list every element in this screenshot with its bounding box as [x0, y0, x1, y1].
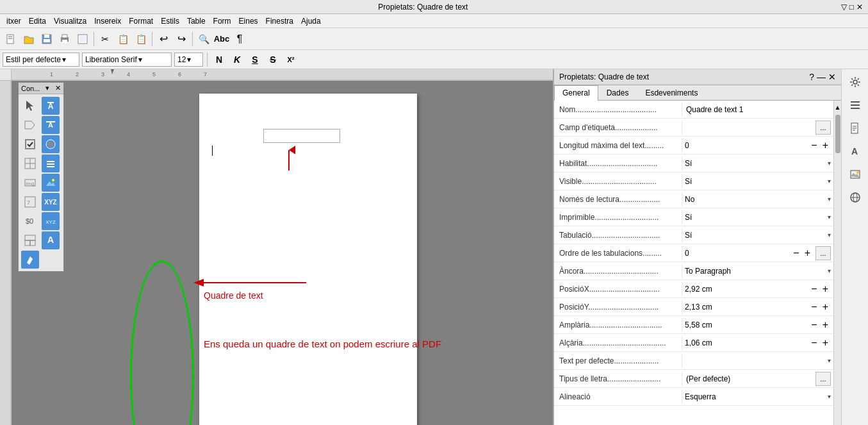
prop-select-ancora[interactable]: To Paragraph ▾: [685, 267, 831, 276]
menu-ajuda[interactable]: Ajuda: [297, 15, 325, 27]
window-min-btn[interactable]: ▽: [841, 3, 847, 12]
size-dropdown[interactable]: 12 ▾: [174, 53, 203, 67]
prop-value-ordre[interactable]: 0 − + ...: [682, 245, 833, 262]
prop-select-tabulacio[interactable]: Sí ▾: [685, 231, 831, 240]
table-ctrl-btn[interactable]: [21, 231, 39, 249]
table-btn[interactable]: [21, 154, 39, 172]
tab-dades[interactable]: Dades: [598, 85, 637, 100]
properties-scrollbar[interactable]: ▲ ▼: [833, 101, 841, 425]
tag-btn[interactable]: [21, 116, 39, 134]
far-right-globe-btn[interactable]: [845, 187, 865, 208]
new-btn[interactable]: [3, 31, 19, 47]
prop-spin-plus-ordre[interactable]: +: [802, 247, 813, 259]
float-toolbar-header[interactable]: Con... ▾ ✕: [19, 83, 63, 94]
currency-btn[interactable]: $0: [21, 212, 39, 230]
menu-eines[interactable]: Eines: [235, 15, 262, 27]
copy-btn[interactable]: 📋: [115, 31, 131, 47]
prop-camp-btn[interactable]: ...: [815, 121, 831, 135]
prop-value-alcaria[interactable]: 1,06 cm − +: [682, 336, 833, 350]
font-color-btn[interactable]: A: [42, 231, 60, 249]
menu-itxer[interactable]: itxer: [3, 15, 25, 27]
bold-btn[interactable]: N: [211, 53, 227, 67]
prop-spin-plus-amplaria[interactable]: +: [820, 319, 831, 331]
text-field-btn[interactable]: A: [42, 116, 60, 134]
tab-esdeveniments[interactable]: Esdeveniments: [637, 85, 706, 100]
prop-select-alineacio[interactable]: Esquerra ▾: [685, 392, 831, 401]
prop-value-textdefecte[interactable]: ▾: [682, 354, 833, 368]
prop-value-tabulacio[interactable]: Sí ▾: [682, 229, 833, 241]
italic-btn[interactable]: K: [229, 53, 245, 67]
redo-btn[interactable]: ↪: [173, 31, 190, 47]
prop-input-nom[interactable]: [685, 104, 831, 115]
prop-spin-minus-alcaria[interactable]: −: [808, 337, 819, 349]
document-area[interactable]: Con... ▾ ✕ A: [12, 81, 553, 425]
far-right-gear-btn[interactable]: [845, 72, 865, 92]
prop-value-ancora[interactable]: To Paragraph ▾: [682, 265, 833, 277]
prop-spin-plus-posicioy[interactable]: +: [820, 301, 831, 313]
prop-value-alineacio[interactable]: Esquerra ▾: [682, 391, 833, 403]
prop-spin-plus-alcaria[interactable]: +: [820, 337, 831, 349]
preview-btn[interactable]: [74, 31, 91, 47]
prop-select-imprimible[interactable]: Sí ▾: [685, 213, 831, 222]
checkbox-btn[interactable]: [21, 135, 39, 153]
far-right-list-btn[interactable]: [845, 95, 865, 115]
prop-value-longitud[interactable]: 0 − +: [682, 138, 833, 153]
prop-spin-minus-longitud[interactable]: −: [808, 140, 819, 151]
prop-spin-plus-longitud[interactable]: +: [820, 140, 831, 151]
print-btn[interactable]: [56, 31, 73, 47]
pilcrow-btn[interactable]: ¶: [231, 31, 248, 47]
menu-format[interactable]: Format: [125, 15, 157, 27]
prop-spin-minus-posicioy[interactable]: −: [808, 301, 819, 313]
paste-btn[interactable]: 📋: [133, 31, 149, 47]
prop-value-tipusll[interactable]: ...: [682, 371, 833, 387]
prop-select-lectura[interactable]: No ▾: [685, 195, 831, 204]
form-textbox[interactable]: [263, 129, 340, 143]
tab-general[interactable]: General: [554, 85, 598, 101]
prop-input-camp[interactable]: [685, 122, 813, 133]
prop-spin-plus-posiciox[interactable]: +: [820, 283, 831, 295]
menu-visualitza[interactable]: Visualitza: [50, 15, 90, 27]
scroll-up-btn[interactable]: ▲: [834, 101, 841, 113]
float-toolbar-menu-icon[interactable]: ▾: [45, 84, 49, 92]
cut-btn[interactable]: ✂: [97, 31, 113, 47]
prop-select-habilitat[interactable]: Sí ▾: [685, 159, 831, 168]
float-toolbar-close-btn[interactable]: ✕: [55, 84, 61, 92]
prop-spin-minus-posiciox[interactable]: −: [808, 283, 819, 295]
window-close-btn[interactable]: ✕: [856, 3, 863, 12]
far-right-doc-btn[interactable]: [845, 118, 865, 138]
radio-btn[interactable]: [42, 135, 60, 153]
style-dropdown[interactable]: Estil per defecte ▾: [3, 53, 79, 67]
prop-value-habilitat[interactable]: Sí ▾: [682, 158, 833, 169]
prop-value-posicioy[interactable]: 2,13 cm − +: [682, 300, 833, 314]
prop-tipusll-btn[interactable]: ...: [815, 372, 831, 386]
font-dropdown[interactable]: Liberation Serif ▾: [82, 53, 172, 67]
props-close-btn[interactable]: ✕: [828, 72, 836, 82]
prop-ordre-btn[interactable]: ...: [815, 246, 831, 260]
prop-value-camp[interactable]: ...: [682, 119, 833, 136]
scroll-thumb[interactable]: [835, 115, 840, 153]
underline-btn[interactable]: S: [247, 53, 263, 67]
menu-edita[interactable]: Edita: [25, 15, 50, 27]
prop-input-tipusll[interactable]: [685, 373, 813, 385]
script-btn[interactable]: 7: [21, 193, 39, 211]
text-insert-btn[interactable]: A: [42, 97, 60, 115]
menu-table[interactable]: Table: [183, 15, 209, 27]
strikethrough-btn[interactable]: S: [265, 53, 281, 67]
far-right-image-btn[interactable]: [845, 164, 865, 185]
props-min-btn[interactable]: —: [817, 72, 826, 82]
image-btn[interactable]: [42, 174, 60, 192]
barcode-btn[interactable]: XYZ: [42, 212, 60, 230]
select-tool-btn[interactable]: [21, 97, 39, 115]
prop-value-nom[interactable]: [682, 103, 833, 117]
find-btn[interactable]: 🔍: [195, 31, 212, 47]
save-btn[interactable]: [38, 31, 55, 47]
menu-finestra[interactable]: Finestra: [262, 15, 297, 27]
list-btn[interactable]: [42, 154, 60, 172]
prop-value-lectura[interactable]: No ▾: [682, 194, 833, 205]
window-max-btn[interactable]: □: [849, 3, 854, 12]
menu-estils[interactable]: Estils: [157, 15, 183, 27]
prop-value-posiciox[interactable]: 2,92 cm − +: [682, 282, 833, 296]
props-help-btn[interactable]: ?: [809, 72, 814, 82]
prop-input-textdefecte[interactable]: [685, 355, 828, 367]
menu-form[interactable]: Form: [209, 15, 235, 27]
